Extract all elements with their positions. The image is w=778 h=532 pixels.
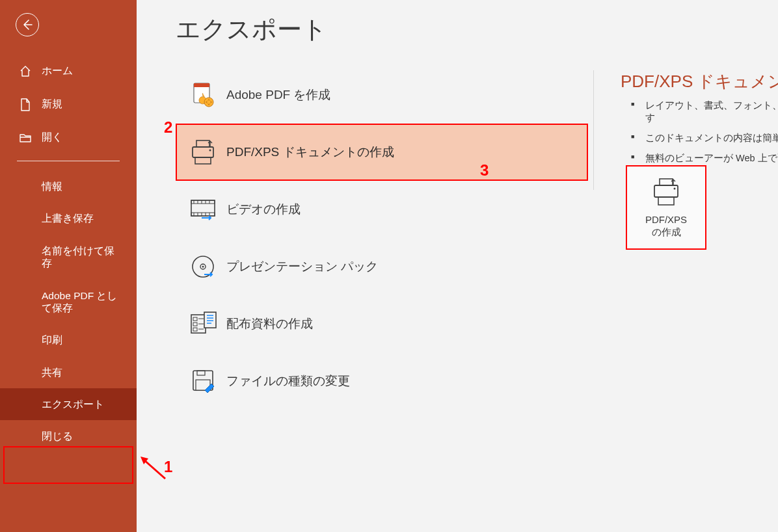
svg-rect-23 [658, 197, 674, 205]
svg-rect-1 [194, 83, 209, 87]
svg-rect-22 [654, 185, 678, 197]
detail-bullet: このドキュメントの内容は簡単に変更できません [631, 132, 778, 144]
detail-bullet: 無料のビューアーが Web 上で配布されています [631, 152, 778, 165]
svg-rect-16 [193, 328, 197, 331]
arrow-left-icon [21, 18, 34, 31]
back-button[interactable] [16, 13, 39, 36]
export-option-pdf-xps[interactable]: PDF/XPS ドキュメントの作成 [176, 124, 588, 181]
svg-rect-5 [195, 157, 211, 164]
export-option-label: 配布資料の作成 [226, 315, 313, 332]
svg-rect-3 [196, 140, 209, 147]
nav-divider [17, 161, 120, 161]
handouts-icon [183, 306, 222, 342]
printer-export-icon [648, 176, 684, 207]
nav-export[interactable]: エクスポート [0, 388, 137, 420]
detail-pane-bullets: レイアウト、書式、フォント、画像がそのまま維持されます このドキュメントの内容は… [621, 100, 778, 164]
folder-open-icon [18, 132, 33, 144]
nav-save-as[interactable]: 名前を付けて保存 [0, 235, 137, 280]
export-option-adobe-pdf[interactable]: Adobe PDF を作成 [176, 66, 588, 124]
export-option-label: Adobe PDF を作成 [226, 86, 331, 103]
svg-point-12 [202, 266, 204, 268]
svg-rect-15 [193, 323, 197, 326]
svg-point-24 [674, 188, 676, 190]
create-pdf-xps-button[interactable]: PDF/XPS の作成 [626, 165, 706, 250]
nav-secondary-group: 情報 上書き保存 名前を付けて保存 Adobe PDF として保存 印刷 共有 … [0, 170, 137, 453]
nav-close[interactable]: 閉じる [0, 420, 137, 452]
nav-new-label: 新規 [42, 98, 62, 111]
nav-home-label: ホーム [42, 64, 73, 78]
export-option-handouts[interactable]: 配布資料の作成 [176, 295, 588, 352]
new-file-icon [18, 98, 33, 111]
export-option-label: プレゼンテーション パック [226, 258, 378, 275]
svg-rect-4 [193, 147, 213, 157]
nav-open[interactable]: 開く [0, 121, 137, 154]
svg-rect-21 [660, 179, 673, 185]
svg-rect-7 [191, 200, 215, 216]
adobe-pdf-icon [183, 77, 222, 113]
export-options-list: Adobe PDF を作成 PDF/XPS ドキュメントの作成 [176, 66, 588, 410]
svg-rect-19 [197, 371, 205, 375]
svg-point-6 [209, 150, 211, 152]
cd-package-icon [183, 248, 222, 285]
detail-bullet: レイアウト、書式、フォント、画像がそのまま維持されます [631, 100, 778, 124]
export-option-label: ビデオの作成 [226, 201, 301, 218]
export-option-label: ファイルの種類の変更 [226, 373, 350, 390]
export-option-package[interactable]: プレゼンテーション パック [176, 238, 588, 295]
export-option-change-type[interactable]: ファイルの種類の変更 [176, 352, 588, 410]
change-filetype-icon [183, 363, 222, 399]
backstage-sidebar: ホーム 新規 開く 情報 上書き保存 名前を付けて保存 Adobe PDF とし… [0, 0, 137, 532]
export-detail-pane: PDF/XPS ドキュメントの作成 レイアウト、書式、フォント、画像がそのまま維… [621, 70, 778, 172]
nav-save[interactable]: 上書き保存 [0, 202, 137, 234]
export-option-video[interactable]: ビデオの作成 [176, 181, 588, 238]
nav-open-label: 開く [42, 131, 62, 144]
nav-home[interactable]: ホーム [0, 55, 137, 88]
nav-print[interactable]: 印刷 [0, 324, 137, 356]
detail-pane-title: PDF/XPS ドキュメントの作成 [621, 70, 778, 93]
svg-rect-14 [193, 317, 197, 321]
nav-adobe-save[interactable]: Adobe PDF として保存 [0, 280, 137, 325]
export-option-label: PDF/XPS ドキュメントの作成 [226, 144, 394, 161]
pdf-xps-icon [183, 134, 222, 170]
svg-rect-17 [204, 312, 216, 328]
create-pdf-xps-label: PDF/XPS の作成 [645, 214, 687, 239]
video-icon [183, 191, 222, 228]
home-icon [18, 65, 33, 78]
page-title: エクスポート [176, 13, 327, 46]
nav-info[interactable]: 情報 [0, 170, 137, 202]
nav-new[interactable]: 新規 [0, 88, 137, 121]
panel-divider [593, 70, 594, 190]
nav-share[interactable]: 共有 [0, 356, 137, 388]
main-panel: エクスポート Adobe PDF を作成 [137, 0, 778, 532]
nav-primary-group: ホーム 新規 開く [0, 55, 137, 154]
